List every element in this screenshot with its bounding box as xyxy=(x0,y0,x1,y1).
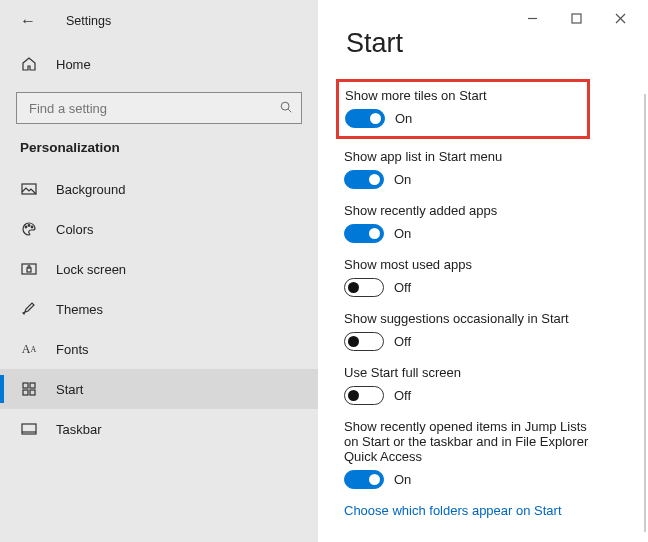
sidebar: ← Settings Home Personalization Backgrou… xyxy=(0,0,318,542)
option-show-more-tiles: Show more tiles on Start On xyxy=(345,88,487,128)
toggle-state: Off xyxy=(394,334,411,349)
minimize-button[interactable] xyxy=(510,6,554,30)
toggle-show-more-tiles[interactable] xyxy=(345,109,385,128)
fonts-icon: AA xyxy=(20,340,38,358)
sidebar-item-fonts[interactable]: AA Fonts xyxy=(0,329,318,369)
option-recently-added: Show recently added apps On xyxy=(344,203,622,243)
search-wrap xyxy=(0,92,318,134)
back-icon[interactable]: ← xyxy=(20,12,40,30)
svg-line-1 xyxy=(288,109,291,112)
svg-rect-9 xyxy=(30,383,35,388)
svg-rect-15 xyxy=(572,14,581,23)
toggle-jumplists[interactable] xyxy=(344,470,384,489)
sidebar-item-home[interactable]: Home xyxy=(0,44,318,84)
option-most-used: Show most used apps Off xyxy=(344,257,622,297)
taskbar-icon xyxy=(20,420,38,438)
nav-label: Start xyxy=(56,382,83,397)
folders-link[interactable]: Choose which folders appear on Start xyxy=(344,503,622,518)
svg-rect-10 xyxy=(23,390,28,395)
nav-label: Fonts xyxy=(56,342,89,357)
nav-label: Lock screen xyxy=(56,262,126,277)
option-label: Show recently opened items in Jump Lists… xyxy=(344,419,604,464)
svg-rect-11 xyxy=(30,390,35,395)
svg-point-5 xyxy=(31,226,33,228)
toggle-state: On xyxy=(394,226,411,241)
highlight-box: Show more tiles on Start On xyxy=(336,79,590,139)
option-label: Show app list in Start menu xyxy=(344,149,622,164)
svg-point-0 xyxy=(281,102,289,110)
window-controls xyxy=(510,6,642,30)
toggle-recently-added[interactable] xyxy=(344,224,384,243)
search-icon xyxy=(279,100,293,117)
option-label: Show more tiles on Start xyxy=(345,88,487,103)
sidebar-item-themes[interactable]: Themes xyxy=(0,289,318,329)
option-label: Show recently added apps xyxy=(344,203,622,218)
palette-icon xyxy=(20,220,38,238)
option-jumplists: Show recently opened items in Jump Lists… xyxy=(344,419,622,489)
toggle-state: On xyxy=(394,172,411,187)
toggle-state: Off xyxy=(394,388,411,403)
nav-label: Background xyxy=(56,182,125,197)
maximize-button[interactable] xyxy=(554,6,598,30)
option-label: Use Start full screen xyxy=(344,365,622,380)
brush-icon xyxy=(20,300,38,318)
start-icon xyxy=(20,380,38,398)
option-app-list: Show app list in Start menu On xyxy=(344,149,622,189)
app-title: Settings xyxy=(40,14,111,28)
svg-point-4 xyxy=(28,225,30,227)
search-input[interactable] xyxy=(16,92,302,124)
sidebar-item-lockscreen[interactable]: Lock screen xyxy=(0,249,318,289)
sidebar-item-start[interactable]: Start xyxy=(0,369,318,409)
close-button[interactable] xyxy=(598,6,642,30)
toggle-state: On xyxy=(394,472,411,487)
svg-rect-7 xyxy=(27,268,31,272)
svg-point-3 xyxy=(25,226,27,228)
sidebar-header: ← Settings xyxy=(0,10,318,44)
search-field[interactable] xyxy=(27,100,279,117)
sidebar-item-taskbar[interactable]: Taskbar xyxy=(0,409,318,449)
option-label: Show suggestions occasionally in Start xyxy=(344,311,622,326)
nav-label: Themes xyxy=(56,302,103,317)
nav-label: Colors xyxy=(56,222,94,237)
toggle-state: On xyxy=(395,111,412,126)
nav-list: Background Colors Lock screen Themes AA … xyxy=(0,169,318,449)
toggle-suggestions[interactable] xyxy=(344,332,384,351)
nav-label: Taskbar xyxy=(56,422,102,437)
page-title: Start xyxy=(346,28,622,59)
option-suggestions: Show suggestions occasionally in Start O… xyxy=(344,311,622,351)
lock-icon xyxy=(20,260,38,278)
section-label: Personalization xyxy=(0,134,318,169)
toggle-state: Off xyxy=(394,280,411,295)
option-fullscreen: Use Start full screen Off xyxy=(344,365,622,405)
option-label: Show most used apps xyxy=(344,257,622,272)
sidebar-item-colors[interactable]: Colors xyxy=(0,209,318,249)
sidebar-item-background[interactable]: Background xyxy=(0,169,318,209)
home-icon xyxy=(20,55,38,73)
scrollbar[interactable] xyxy=(644,94,646,532)
toggle-most-used[interactable] xyxy=(344,278,384,297)
picture-icon xyxy=(20,180,38,198)
main-panel: Start Show more tiles on Start On Show a… xyxy=(318,0,648,542)
toggle-app-list[interactable] xyxy=(344,170,384,189)
toggle-fullscreen[interactable] xyxy=(344,386,384,405)
svg-rect-8 xyxy=(23,383,28,388)
home-label: Home xyxy=(56,57,91,72)
